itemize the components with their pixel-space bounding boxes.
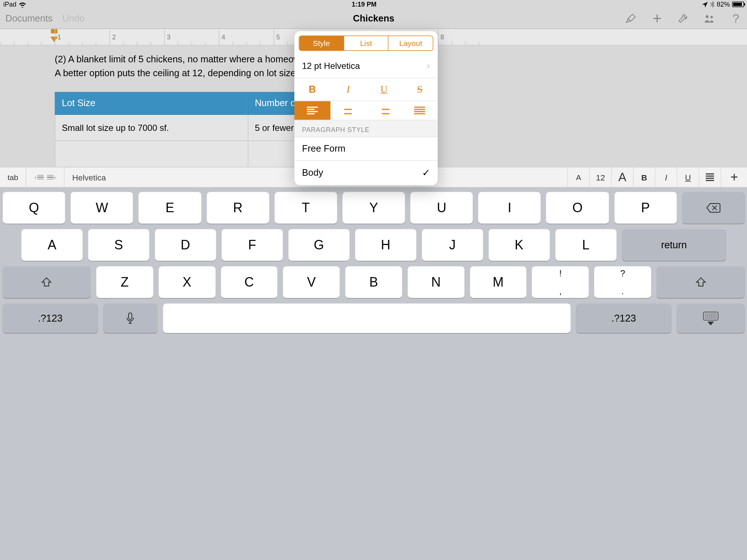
format-popover: Style List Layout 12 pt Helvetica › B I … bbox=[294, 31, 438, 186]
clock: 1:19 PM bbox=[352, 1, 376, 8]
svg-point-0 bbox=[706, 15, 709, 18]
font-row[interactable]: 12 pt Helvetica › bbox=[294, 54, 438, 78]
numbers-key-right[interactable]: .?123 bbox=[576, 304, 671, 333]
chevron-down-icon bbox=[707, 321, 714, 325]
align-right-button[interactable] bbox=[366, 101, 402, 120]
key-a[interactable]: A bbox=[21, 229, 82, 261]
key-f[interactable]: F bbox=[221, 229, 283, 261]
outdent-icon[interactable]: ‹ bbox=[34, 174, 43, 180]
underline-button-bar[interactable]: U bbox=[677, 167, 699, 187]
style-body[interactable]: Body✓ bbox=[294, 161, 438, 186]
align-left-button[interactable] bbox=[294, 101, 330, 120]
numbers-key-left[interactable]: .?123 bbox=[3, 304, 98, 333]
strikethrough-button[interactable]: S bbox=[402, 78, 438, 101]
keyboard-icon bbox=[703, 311, 718, 320]
ruler-tick: 4 bbox=[219, 29, 225, 45]
paintbrush-icon[interactable] bbox=[625, 13, 637, 25]
paragraph-style-header: PARAGRAPH STYLE bbox=[294, 120, 438, 137]
check-icon: ✓ bbox=[422, 167, 430, 179]
style-free-form[interactable]: Free Form bbox=[294, 137, 438, 161]
key-h[interactable]: H bbox=[355, 229, 416, 261]
key-period[interactable]: ?. bbox=[594, 267, 651, 298]
table-header[interactable]: Lot Size bbox=[55, 92, 248, 115]
hide-keyboard-key[interactable] bbox=[677, 304, 744, 333]
key-comma[interactable]: !, bbox=[532, 267, 589, 298]
key-o[interactable]: O bbox=[546, 192, 609, 224]
bluetooth-icon bbox=[710, 1, 715, 8]
location-icon bbox=[702, 1, 708, 8]
justify-button-bar[interactable] bbox=[699, 167, 721, 187]
tab-style[interactable]: Style bbox=[299, 36, 344, 50]
text-style-row: B I U S bbox=[294, 78, 438, 101]
key-y[interactable]: Y bbox=[342, 192, 405, 224]
key-n[interactable]: N bbox=[407, 267, 464, 298]
return-key[interactable]: return bbox=[622, 229, 726, 261]
key-j[interactable]: J bbox=[422, 229, 483, 261]
font-smaller-button[interactable]: A bbox=[568, 167, 590, 187]
key-q[interactable]: Q bbox=[3, 192, 65, 224]
ruler-tick: 8 bbox=[438, 29, 444, 45]
font-bigger-button[interactable]: A bbox=[612, 167, 634, 187]
key-b[interactable]: B bbox=[345, 267, 402, 298]
document-title: Chickens bbox=[353, 13, 394, 24]
tab-list[interactable]: List bbox=[344, 36, 388, 50]
italic-button[interactable]: I bbox=[330, 78, 366, 101]
key-w[interactable]: W bbox=[71, 192, 133, 224]
help-icon[interactable]: ? bbox=[730, 13, 742, 25]
tab-layout[interactable]: Layout bbox=[388, 36, 433, 50]
key-t[interactable]: T bbox=[275, 192, 337, 224]
tab-key-button[interactable]: tab bbox=[0, 167, 26, 187]
key-m[interactable]: M bbox=[470, 267, 527, 298]
key-row-3: Z X C V B N M !, ?. bbox=[3, 267, 745, 298]
backspace-key[interactable] bbox=[682, 192, 744, 224]
key-e[interactable]: E bbox=[139, 192, 201, 224]
plus-icon[interactable]: + bbox=[651, 13, 663, 25]
indent-icon[interactable]: › bbox=[47, 174, 56, 180]
key-u[interactable]: U bbox=[410, 192, 473, 224]
ruler-tick: 5 bbox=[274, 29, 280, 45]
key-g[interactable]: G bbox=[288, 229, 349, 261]
key-row-1: Q W E R T Y U I O P bbox=[3, 192, 745, 224]
spacebar-key[interactable] bbox=[163, 304, 570, 333]
ruler-tick: 2 bbox=[109, 29, 116, 45]
device-label: iPad bbox=[3, 1, 16, 8]
shift-key-left[interactable] bbox=[3, 267, 91, 298]
battery-icon bbox=[732, 2, 744, 7]
bold-button[interactable]: B bbox=[294, 78, 330, 101]
key-x[interactable]: X bbox=[159, 267, 216, 298]
align-center-button[interactable] bbox=[330, 101, 366, 120]
key-p[interactable]: P bbox=[614, 192, 677, 224]
popover-tabs: Style List Layout bbox=[299, 36, 433, 51]
alignment-row bbox=[294, 101, 438, 121]
italic-button-bar[interactable]: I bbox=[655, 167, 677, 187]
key-row-2: A S D F G H J K L return bbox=[3, 229, 745, 261]
shift-key-right[interactable] bbox=[657, 267, 744, 298]
key-k[interactable]: K bbox=[488, 229, 550, 261]
ruler-tick: 1 bbox=[55, 29, 61, 45]
align-justify-button[interactable] bbox=[402, 101, 438, 120]
wrench-icon[interactable] bbox=[677, 13, 689, 25]
font-size-value[interactable]: 12 bbox=[590, 167, 612, 187]
underline-button[interactable]: U bbox=[366, 78, 402, 101]
undo-button[interactable]: Undo bbox=[62, 13, 85, 24]
key-r[interactable]: R bbox=[206, 192, 269, 224]
key-c[interactable]: C bbox=[221, 267, 278, 298]
key-d[interactable]: D bbox=[155, 229, 216, 261]
key-row-4: .?123 .?123 bbox=[3, 304, 745, 333]
documents-button[interactable]: Documents bbox=[5, 13, 53, 24]
svg-point-1 bbox=[711, 16, 713, 18]
key-v[interactable]: V bbox=[283, 267, 340, 298]
key-z[interactable]: Z bbox=[96, 267, 153, 298]
wifi-icon bbox=[19, 1, 26, 8]
app-toolbar: Documents Undo Chickens + ? bbox=[0, 9, 747, 29]
indent-controls[interactable]: ‹ › bbox=[26, 167, 65, 187]
more-button[interactable]: + bbox=[721, 167, 747, 187]
bold-button-bar[interactable]: B bbox=[634, 167, 655, 187]
key-s[interactable]: S bbox=[88, 229, 149, 261]
share-icon[interactable] bbox=[704, 13, 716, 25]
key-i[interactable]: I bbox=[478, 192, 541, 224]
dictation-key[interactable] bbox=[103, 304, 158, 333]
onscreen-keyboard: Q W E R T Y U I O P A S D F G H J K L re… bbox=[0, 188, 747, 560]
key-l[interactable]: L bbox=[555, 229, 616, 261]
battery-percent: 82% bbox=[717, 1, 730, 8]
